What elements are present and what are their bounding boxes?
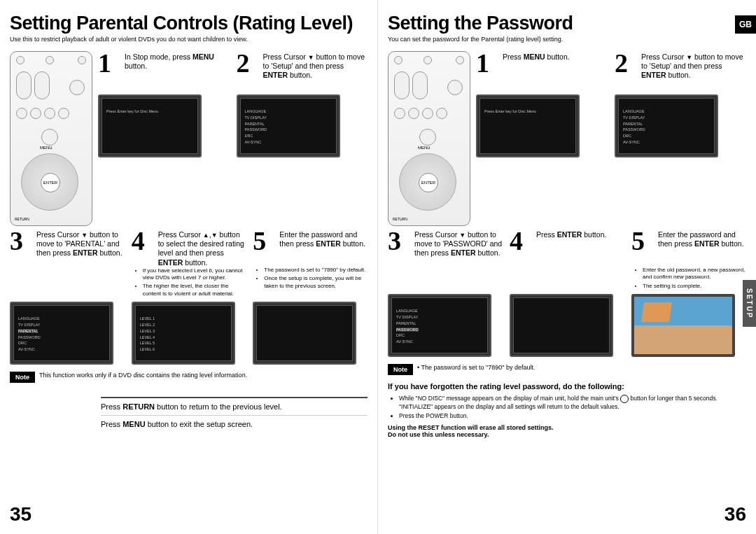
remote-illustration: MENU ENTER RETURN: [10, 51, 92, 226]
step-4: 4 Press ENTER button.: [510, 229, 624, 267]
step-text: Enter the password and then press ENTER …: [658, 229, 746, 267]
step-1: 1 In Stop mode, press MENU button.: [98, 51, 230, 89]
step-text: Press MENU button.: [503, 51, 570, 89]
step-5: 5 Enter the password and then press ENTE…: [631, 229, 746, 267]
step-text: Press Cursor button to move to 'Setup' a…: [263, 51, 368, 89]
reset-warning-2: Do not use this unless necessary.: [388, 431, 746, 438]
step-number: 5: [631, 229, 655, 267]
tv-screenshot: LEVEL 1LEVEL 2LEVEL 3LEVEL 4LEVEL 5LEVEL…: [132, 302, 235, 365]
remote-illustration: MENU ENTER RETURN: [388, 51, 470, 226]
footer-menu: Press MENU button to exit the setup scre…: [101, 415, 368, 433]
step-3: 3 Press Cursor button to move to 'PASSWO…: [388, 229, 503, 267]
page-number-right: 36: [724, 503, 746, 526]
note-right: Note • The password is set to "7890" by …: [388, 364, 746, 375]
enter-button-icon: ENTER: [41, 173, 60, 192]
title-right: Setting the Password: [388, 13, 746, 34]
tv-screenshot: LANGUAGETV DISPLAYPARENTALPASSWORDDRCAV-…: [237, 94, 340, 157]
tv-photo: [631, 294, 735, 357]
tv-screenshot: LANGUAGETV DISPLAYPARENTALPASSWORDDRCAV-…: [388, 294, 491, 357]
step-4: 4 Press Cursor , button to select the de…: [132, 229, 246, 267]
reset-warning: Using the RESET function will erase all …: [388, 424, 746, 431]
forgot-heading: If you have forgotten the rating level p…: [388, 382, 746, 391]
step-text: Press Cursor button to move to 'PASSWORD…: [414, 229, 503, 267]
step-5-notes: Enter the old password, a new password, …: [631, 267, 746, 290]
step-text: Press Cursor button to move to 'PARENTAL…: [36, 229, 125, 267]
tv-screenshot: Press Enter key for Disc Menu: [98, 94, 202, 157]
step-4-notes: If you have selected Level 6, you cannot…: [132, 267, 246, 298]
tv-screenshot: LANGUAGETV DISPLAYPARENTALPASSWORDDRCAV-…: [10, 302, 113, 365]
note-badge: Note: [388, 364, 413, 375]
arrow-down-icon: [308, 52, 314, 61]
stop-button-icon: [620, 395, 629, 403]
forgot-bullets: While "NO DISC" message appears on the d…: [391, 395, 746, 420]
subtitle-left: Use this to restrict playback of adult o…: [10, 36, 368, 43]
step-number: 1: [476, 51, 500, 89]
note-badge: Note: [10, 372, 35, 383]
enter-button-icon: ENTER: [419, 173, 438, 192]
step-number: 4: [510, 229, 533, 267]
cursor-pad-icon: ENTER: [21, 153, 78, 211]
tv-screenshot: Press Enter key for Disc Menu: [476, 94, 580, 157]
arrow-down-icon: [211, 230, 218, 239]
side-tab-setup: SETUP: [743, 280, 756, 327]
footer-return: Press RETURN button to return to the pre…: [101, 397, 368, 415]
step-5-notes: The password is set to "7890" by default…: [253, 267, 368, 290]
step-text: Enter the password and then press ENTER …: [279, 229, 368, 267]
tv-screenshot: LANGUAGETV DISPLAYPARENTALPASSWORDDRCAV-…: [615, 94, 718, 157]
note-left: Note This function works only if a DVD d…: [10, 372, 368, 383]
tv-screenshot: [253, 302, 356, 365]
step-3: 3 Press Cursor button to move to 'PARENT…: [10, 229, 125, 267]
step-1: 1 Press MENU button.: [476, 51, 608, 89]
arrow-down-icon: [686, 52, 692, 61]
gb-badge: GB: [735, 15, 756, 34]
step-number: 2: [237, 51, 260, 89]
step-number: 2: [615, 51, 638, 89]
page-number-left: 35: [10, 503, 31, 526]
cursor-pad-icon: ENTER: [399, 153, 456, 211]
step-text: Press Cursor , button to select the desi…: [158, 229, 246, 267]
step-5: 5 Enter the password and then press ENTE…: [253, 229, 368, 267]
title-left: Setting Parental Controls (Rating Level): [10, 13, 368, 34]
step-2: 2 Press Cursor button to move to 'Setup'…: [615, 51, 746, 89]
step-number: 3: [10, 229, 34, 267]
page-left: Setting Parental Controls (Rating Level)…: [0, 0, 378, 534]
tv-screenshot: [510, 294, 613, 357]
arrow-down-icon: [459, 230, 465, 239]
page-right: GB Setting the Password You can set the …: [378, 0, 756, 534]
arrow-up-icon: [203, 230, 209, 239]
step-text: In Stop mode, press MENU button.: [125, 51, 230, 89]
arrow-down-icon: [81, 230, 88, 239]
step-number: 1: [98, 51, 122, 89]
step-number: 5: [253, 229, 276, 267]
step-number: 3: [388, 229, 412, 267]
step-text: Press ENTER button.: [536, 229, 606, 267]
step-text: Press Cursor button to move to 'Setup' a…: [641, 51, 746, 89]
subtitle-right: You can set the password for the Parenta…: [388, 36, 746, 43]
step-2: 2 Press Cursor button to move to 'Setup'…: [237, 51, 368, 89]
step-number: 4: [132, 229, 155, 267]
